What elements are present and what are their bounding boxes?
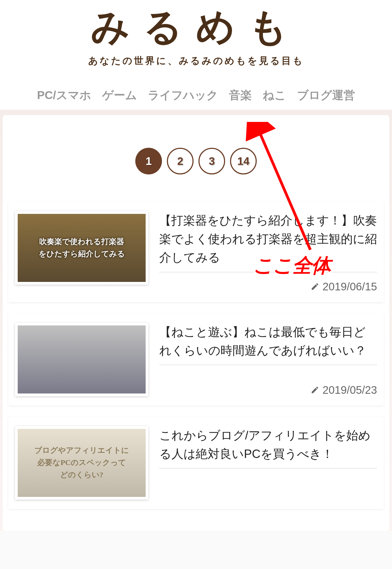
nav-item-lifehack[interactable]: ライフハック (148, 88, 218, 103)
nav-item-pc[interactable]: PC/スマホ (37, 88, 91, 103)
article-title: 【打楽器をひたすら紹介します！】吹奏楽でよく使われる打楽器を超主観的に紹介してみ… (159, 211, 377, 272)
nav-item-game[interactable]: ゲーム (102, 88, 137, 103)
article-card[interactable]: 吹奏楽で使われる打楽器をひたすら紹介してみる 【打楽器をひたすら紹介します！】吹… (8, 202, 384, 302)
article-thumbnail (15, 323, 148, 396)
edit-icon (311, 282, 319, 291)
article-title: 【ねこと遊ぶ】ねこは最低でも毎日どれくらいの時間遊んであげればいい？ (159, 323, 377, 365)
date-text: 2019/05/23 (323, 384, 377, 396)
page-14-button[interactable]: 14 (230, 148, 257, 174)
main-content: ここ全体 1 2 3 14 吹奏楽で使われる打楽器をひたすら紹介してみる 【打楽… (3, 115, 389, 531)
site-title[interactable]: みるめも (0, 8, 392, 46)
nav-item-cat[interactable]: ねこ (263, 88, 286, 103)
page-2-button[interactable]: 2 (167, 148, 194, 174)
article-date: 2019/06/15 (159, 281, 377, 293)
article-list: 吹奏楽で使われる打楽器をひたすら紹介してみる 【打楽器をひたすら紹介します！】吹… (3, 202, 389, 509)
date-text: 2019/06/15 (323, 281, 377, 293)
tagline: あなたの世界に、みるみのめもを見る目も (0, 54, 392, 67)
main-nav: PC/スマホ ゲーム ライフハック 音楽 ねこ ブログ運営 (0, 81, 392, 110)
pagination: 1 2 3 14 (3, 126, 389, 202)
nav-item-music[interactable]: 音楽 (229, 88, 252, 103)
page-3-button[interactable]: 3 (198, 148, 225, 174)
edit-icon (311, 386, 319, 394)
article-card[interactable]: ブログやアフィリエイトに必要なPCのスペックってどのくらい? これからブログ/ア… (8, 417, 384, 509)
article-thumbnail: ブログやアフィリエイトに必要なPCのスペックってどのくらい? (15, 426, 148, 500)
article-title: これからブログ/アフィリエイトを始める人は絶対良いPCを買うべき！ (159, 426, 377, 469)
nav-item-blog[interactable]: ブログ運営 (297, 88, 355, 103)
article-thumbnail: 吹奏楽で使われる打楽器をひたすら紹介してみる (15, 211, 148, 285)
thumbnail-text: 吹奏楽で使われる打楽器をひたすら紹介してみる (36, 233, 128, 263)
article-date: 2019/05/23 (159, 384, 377, 396)
article-card[interactable]: 【ねこと遊ぶ】ねこは最低でも毎日どれくらいの時間遊んであげればいい？ 2019/… (8, 313, 384, 406)
thumbnail-text (79, 357, 84, 362)
thumbnail-text: ブログやアフィリエイトに必要なPCのスペックってどのくらい? (32, 442, 132, 484)
page-1-button[interactable]: 1 (135, 148, 162, 174)
